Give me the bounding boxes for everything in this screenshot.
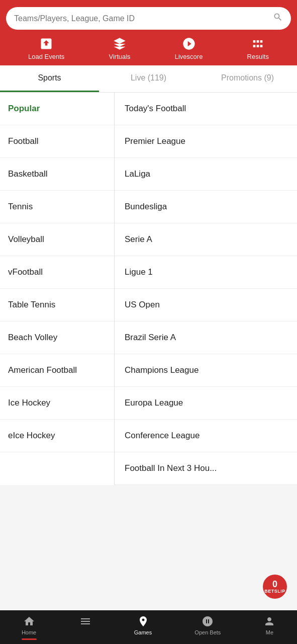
nav-load-events-label: Load Events <box>28 53 64 60</box>
sidebar-item-ice-hockey[interactable]: Ice Hockey <box>0 387 114 420</box>
content-item-todays-football[interactable]: Today's Football <box>115 93 297 125</box>
content-item-premier-league[interactable]: Premier League <box>115 125 297 158</box>
content-item-laliga[interactable]: LaLiga <box>115 158 297 191</box>
betslip-count: 0 <box>272 580 277 589</box>
bottom-nav-home-label: Home <box>22 629 36 635</box>
bottom-nav-games-label: Games <box>134 629 152 635</box>
header: Load Events Virtuals Livescore Results <box>0 0 297 65</box>
content-item-us-open[interactable]: US Open <box>115 289 297 321</box>
content-item-champions-league[interactable]: Champions League <box>115 354 297 387</box>
search-bar[interactable] <box>6 7 291 30</box>
sidebar-item-basketball[interactable]: Basketball <box>0 158 114 191</box>
betslip-badge[interactable]: 0 BETSLIP <box>263 575 287 599</box>
nav-results-label: Results <box>247 53 269 60</box>
sidebar-item-eice-hockey[interactable]: eIce Hockey <box>0 420 114 452</box>
betslip-label: BETSLIP <box>264 589 285 594</box>
sidebar-item-volleyball[interactable]: Volleyball <box>0 223 114 256</box>
content-item-football-next-3-hours[interactable]: Football In Next 3 Hou... <box>115 452 297 485</box>
sidebar-item-popular[interactable]: Popular <box>0 93 114 125</box>
nav-virtuals[interactable]: Virtuals <box>109 37 130 60</box>
home-active-indicator <box>22 638 37 640</box>
nav-virtuals-label: Virtuals <box>109 53 130 60</box>
tab-live[interactable]: Live (119) <box>99 65 198 92</box>
search-input[interactable] <box>14 14 273 23</box>
main-layout: Popular Football Basketball Tennis Volle… <box>0 93 297 485</box>
tab-sports[interactable]: Sports <box>0 65 99 92</box>
nav-livescore-label: Livescore <box>175 53 203 60</box>
bottom-nav: Home Games Open Bets Me <box>0 610 297 644</box>
nav-results[interactable]: Results <box>247 37 269 60</box>
content-item-conference-league[interactable]: Conference League <box>115 420 297 452</box>
bottom-nav-open-bets-label: Open Bets <box>194 629 221 635</box>
sidebar-item-american-football[interactable]: American Football <box>0 354 114 387</box>
tabs: Sports Live (119) Promotions (9) <box>0 65 297 93</box>
content-item-serie-a[interactable]: Serie A <box>115 223 297 256</box>
bottom-nav-me-label: Me <box>266 629 273 635</box>
bottom-nav-open-bets[interactable]: Open Bets <box>194 615 221 640</box>
content-list: Today's Football Premier League LaLiga B… <box>115 93 297 485</box>
tab-promotions[interactable]: Promotions (9) <box>198 65 297 92</box>
sidebar-item-tennis[interactable]: Tennis <box>0 191 114 223</box>
sidebar: Popular Football Basketball Tennis Volle… <box>0 93 115 485</box>
nav-icons: Load Events Virtuals Livescore Results <box>6 37 291 60</box>
sidebar-item-football[interactable]: Football <box>0 125 114 158</box>
content-item-ligue-1[interactable]: Ligue 1 <box>115 256 297 289</box>
nav-load-events[interactable]: Load Events <box>28 37 64 60</box>
sidebar-item-beach-volley[interactable]: Beach Volley <box>0 321 114 354</box>
sidebar-item-table-tennis[interactable]: Table Tennis <box>0 289 114 321</box>
bottom-nav-menu[interactable] <box>79 615 91 640</box>
content-item-europa-league[interactable]: Europa League <box>115 387 297 420</box>
sidebar-item-vfootball[interactable]: vFootball <box>0 256 114 289</box>
bottom-nav-me[interactable]: Me <box>263 615 275 640</box>
nav-livescore[interactable]: Livescore <box>175 37 203 60</box>
content-item-brazil-serie-a[interactable]: Brazil Serie A <box>115 321 297 354</box>
search-icon <box>273 12 283 25</box>
bottom-nav-home[interactable]: Home <box>22 615 37 640</box>
bottom-nav-games[interactable]: Games <box>134 615 152 640</box>
content-item-bundesliga[interactable]: Bundesliga <box>115 191 297 223</box>
